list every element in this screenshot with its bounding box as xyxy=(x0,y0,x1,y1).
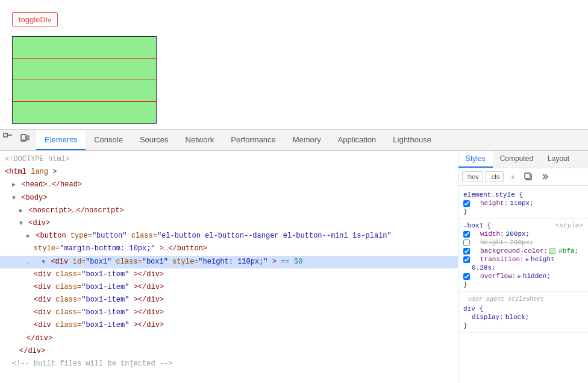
html-doctype[interactable]: <!DOCTYPE html> xyxy=(0,153,458,166)
html-box1-item-1[interactable]: <div class="box1-item" ></div> xyxy=(0,268,458,281)
tab-layout[interactable]: Layout xyxy=(540,151,577,168)
html-box1-item-5[interactable]: <div class="box1-item" ></div> xyxy=(0,319,458,332)
svg-rect-6 xyxy=(525,173,530,179)
styles-toolbar: :hov .cls + xyxy=(458,168,588,186)
toggle-div-button[interactable]: toggleDiv xyxy=(12,12,58,27)
prop-overflow-checkbox[interactable] xyxy=(463,273,470,280)
tab-lighthouse[interactable]: Lighthouse xyxy=(384,130,440,150)
box1-visual xyxy=(12,36,157,124)
inspect-icon-btn[interactable] xyxy=(0,130,16,145)
add-style-button[interactable]: + xyxy=(506,170,519,183)
html-button-style[interactable]: style="margin-bottom: 10px;" >…</button> xyxy=(0,242,458,255)
prop-bgcolor-checkbox[interactable] xyxy=(463,248,470,255)
devtools-panel: Elements Console Sources Network Perform… xyxy=(0,130,588,383)
html-noscript[interactable]: ▶ <noscript>…</noscript> xyxy=(0,204,458,217)
html-close-div-box1[interactable]: </div> xyxy=(0,332,458,345)
tab-sources[interactable]: Sources xyxy=(131,130,177,150)
style-rule-element: element.style { height: 110px; } xyxy=(458,188,588,219)
tab-performance[interactable]: Performance xyxy=(222,130,284,150)
style-rule-ua: user agent stylesheet div { display: blo… xyxy=(458,292,588,333)
box1-row-3 xyxy=(13,80,156,102)
html-box1-div[interactable]: … ▼ <div id="box1" class="box1" style="h… xyxy=(0,256,458,268)
device-mode-icon-btn[interactable] xyxy=(17,130,33,145)
html-head[interactable]: ▶ <head>…</head> xyxy=(0,179,458,191)
style-rule-box1: .box1 { <style> width: 200px; height: 20… xyxy=(458,219,588,292)
box1-row-4 xyxy=(13,102,156,123)
styles-content[interactable]: element.style { height: 110px; } .box1 { xyxy=(458,186,588,383)
cls-button[interactable]: .cls xyxy=(486,171,504,182)
box1-row-2 xyxy=(13,59,156,80)
devtools-tabs: Elements Console Sources Network Perform… xyxy=(0,130,588,151)
html-box1-item-3[interactable]: <div class="box1-item" ></div> xyxy=(0,294,458,306)
styles-tabs-row: Styles Computed Layout xyxy=(458,151,588,168)
html-div-outer[interactable]: ▼ <div> xyxy=(0,217,458,230)
tab-application[interactable]: Application xyxy=(330,130,385,150)
tab-elements[interactable]: Elements xyxy=(36,130,86,150)
prop-height-inline-checkbox[interactable] xyxy=(463,200,470,207)
more-style-button[interactable] xyxy=(537,170,551,183)
tab-console[interactable]: Console xyxy=(86,130,131,150)
tab-memory[interactable]: Memory xyxy=(284,130,330,150)
prop-width-checkbox[interactable] xyxy=(463,231,470,238)
copy-style-button[interactable] xyxy=(522,170,535,183)
html-body[interactable]: ▼ <body> xyxy=(0,192,458,204)
ua-label: user agent stylesheet xyxy=(463,294,583,305)
prop-transition-checkbox[interactable] xyxy=(463,256,470,263)
tab-styles[interactable]: Styles xyxy=(458,151,493,168)
styles-panel: Styles Computed Layout :hov .cls + xyxy=(458,151,588,383)
bgcolor-swatch[interactable] xyxy=(549,248,555,254)
box1-row-1 xyxy=(13,37,156,59)
html-close-div-outer[interactable]: </div> xyxy=(0,345,458,358)
prop-height-checkbox[interactable] xyxy=(463,239,470,246)
hov-button[interactable]: :hov xyxy=(462,171,483,182)
html-element[interactable]: <html lang > xyxy=(0,166,458,179)
html-box1-item-4[interactable]: <div class="box1-item" ></div> xyxy=(0,306,458,319)
tab-computed[interactable]: Computed xyxy=(493,151,540,168)
html-comment-inject[interactable]: <!-- built files will be injected --> xyxy=(0,358,458,370)
preview-area: toggleDiv xyxy=(0,0,588,130)
tab-network[interactable]: Network xyxy=(177,130,223,150)
elements-panel[interactable]: <!DOCTYPE html> <html lang > ▶ <head>…</… xyxy=(0,151,458,383)
html-button[interactable]: ▶ <button type="button" class="el-button… xyxy=(0,230,458,242)
html-box1-item-2[interactable]: <div class="box1-item" ></div> xyxy=(0,281,458,294)
svg-rect-0 xyxy=(4,133,7,137)
devtools-main: <!DOCTYPE html> <html lang > ▶ <head>…</… xyxy=(0,151,588,383)
svg-rect-3 xyxy=(27,136,29,140)
